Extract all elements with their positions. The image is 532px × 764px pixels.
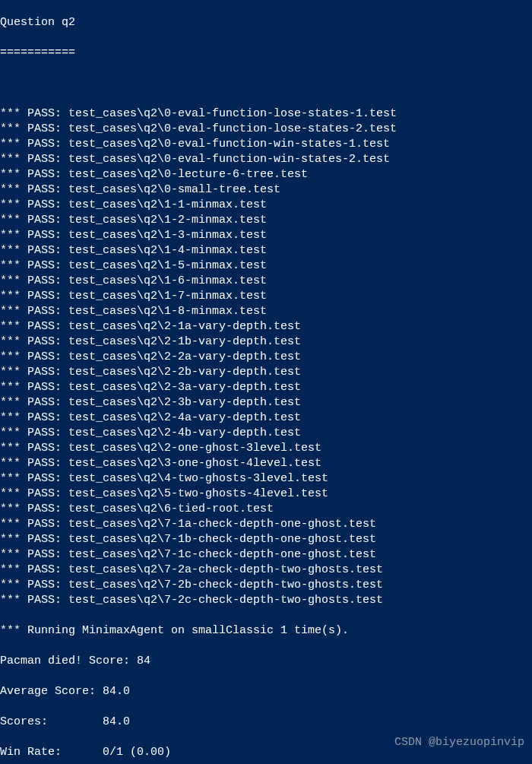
average-score: Average Score: 84.0 <box>0 684 532 699</box>
test-pass-line: *** PASS: test_cases\q2\2-4b-vary-depth.… <box>0 426 532 441</box>
separator: =========== <box>0 46 532 61</box>
test-pass-line: *** PASS: test_cases\q2\2-2b-vary-depth.… <box>0 365 532 380</box>
test-pass-line: *** PASS: test_cases\q2\1-7-minmax.test <box>0 289 532 304</box>
test-pass-line: *** PASS: test_cases\q2\7-1a-check-depth… <box>0 517 532 532</box>
test-pass-line: *** PASS: test_cases\q2\0-eval-function-… <box>0 152 532 167</box>
test-pass-line: *** PASS: test_cases\q2\0-eval-function-… <box>0 137 532 152</box>
test-pass-line: *** PASS: test_cases\q2\5-two-ghosts-4le… <box>0 487 532 502</box>
question-title: Question q2 <box>0 15 532 30</box>
watermark: CSDN @biyezuopinvip <box>394 735 524 750</box>
test-pass-line: *** PASS: test_cases\q2\1-4-minmax.test <box>0 243 532 258</box>
test-pass-line: *** PASS: test_cases\q2\2-3b-vary-depth.… <box>0 395 532 411</box>
test-pass-line: *** PASS: test_cases\q2\6-tied-root.test <box>0 502 532 517</box>
test-pass-line: *** PASS: test_cases\q2\2-2a-vary-depth.… <box>0 350 532 365</box>
test-pass-line: *** PASS: test_cases\q2\0-eval-function-… <box>0 106 532 122</box>
test-pass-line: *** PASS: test_cases\q2\1-3-minmax.test <box>0 228 532 243</box>
test-pass-line: *** PASS: test_cases\q2\3-one-ghost-4lev… <box>0 456 532 471</box>
blank-line <box>0 76 532 91</box>
test-pass-line: *** PASS: test_cases\q2\7-2b-check-depth… <box>0 578 532 593</box>
test-pass-line: *** PASS: test_cases\q2\1-5-minmax.test <box>0 258 532 274</box>
test-pass-line: *** PASS: test_cases\q2\7-2c-check-depth… <box>0 593 532 608</box>
test-pass-line: *** PASS: test_cases\q2\0-lecture-6-tree… <box>0 167 532 182</box>
test-pass-line: *** PASS: test_cases\q2\1-8-minmax.test <box>0 304 532 319</box>
test-pass-line: *** PASS: test_cases\q2\7-1c-check-depth… <box>0 547 532 563</box>
test-pass-line: *** PASS: test_cases\q2\2-4a-vary-depth.… <box>0 411 532 426</box>
test-pass-line: *** PASS: test_cases\q2\2-one-ghost-3lev… <box>0 441 532 456</box>
test-pass-line: *** PASS: test_cases\q2\1-1-minmax.test <box>0 198 532 213</box>
test-pass-line: *** PASS: test_cases\q2\2-1b-vary-depth.… <box>0 334 532 350</box>
test-pass-line: *** PASS: test_cases\q2\4-two-ghosts-3le… <box>0 471 532 487</box>
running-line: *** Running MinimaxAgent on smallClassic… <box>0 623 532 639</box>
test-pass-line: *** PASS: test_cases\q2\0-small-tree.tes… <box>0 182 532 198</box>
test-pass-line: *** PASS: test_cases\q2\1-6-minmax.test <box>0 274 532 289</box>
terminal-output: Question q2 =========== *** PASS: test_c… <box>0 0 532 764</box>
test-pass-line: *** PASS: test_cases\q2\0-eval-function-… <box>0 122 532 137</box>
scores-line: Scores: 84.0 <box>0 715 532 730</box>
test-pass-line: *** PASS: test_cases\q2\7-2a-check-depth… <box>0 563 532 578</box>
test-pass-line: *** PASS: test_cases\q2\7-1b-check-depth… <box>0 532 532 547</box>
test-pass-line: *** PASS: test_cases\q2\2-1a-vary-depth.… <box>0 319 532 334</box>
pacman-died: Pacman died! Score: 84 <box>0 654 532 669</box>
test-pass-line: *** PASS: test_cases\q2\2-3a-vary-depth.… <box>0 380 532 395</box>
test-results: *** PASS: test_cases\q2\0-eval-function-… <box>0 106 532 608</box>
test-pass-line: *** PASS: test_cases\q2\1-2-minmax.test <box>0 213 532 228</box>
